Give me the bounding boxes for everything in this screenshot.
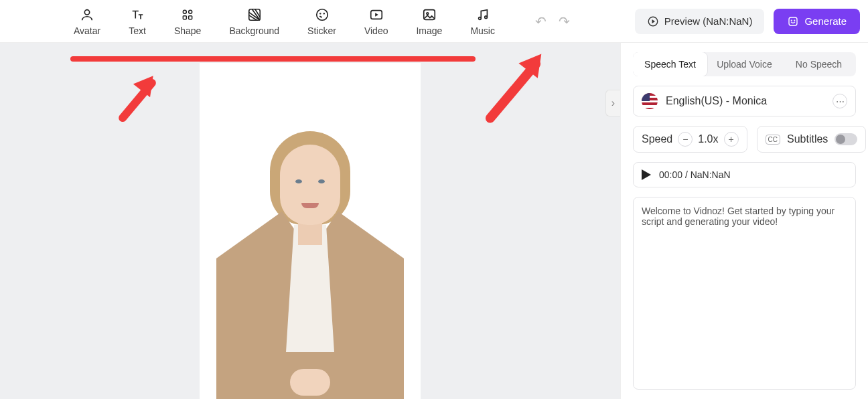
tab-speech-text-label: Speech Text xyxy=(644,59,696,70)
toolbar-video[interactable]: Video xyxy=(364,7,388,36)
toolbar-music-label: Music xyxy=(470,25,495,36)
svg-rect-3 xyxy=(183,15,186,19)
toolbar-items: Avatar Text Shape Background Sticker xyxy=(74,7,495,36)
svg-rect-15 xyxy=(789,17,797,25)
music-icon xyxy=(475,7,491,23)
playback-row: 00:00 / NaN:NaN xyxy=(633,162,856,187)
svg-point-6 xyxy=(316,9,328,20)
tab-upload-voice[interactable]: Upload Voice xyxy=(707,52,782,76)
main-area: › Speech Text Upload Voice No Speech Eng… xyxy=(0,43,868,399)
svg-point-11 xyxy=(427,12,429,14)
undo-redo-group: ↶ ↷ xyxy=(535,13,570,29)
toolbar-sticker[interactable]: Sticker xyxy=(307,7,336,36)
preview-button[interactable]: Preview (NaN:NaN) xyxy=(635,9,765,34)
speech-tabs: Speech Text Upload Voice No Speech xyxy=(633,52,856,76)
play-button[interactable] xyxy=(642,169,651,180)
toolbar-shape-label: Shape xyxy=(174,25,201,36)
svg-rect-10 xyxy=(424,9,435,19)
speed-subs-row: Speed − 1.0x + CC Subtitles xyxy=(633,126,856,153)
annotation-underline xyxy=(70,56,476,62)
toolbar-music[interactable]: Music xyxy=(470,7,495,36)
subtitles-label: Subtitles xyxy=(787,133,828,145)
cc-icon: CC xyxy=(766,135,780,145)
toolbar-shape[interactable]: Shape xyxy=(174,7,201,36)
background-icon xyxy=(246,7,263,23)
tab-speech-text[interactable]: Speech Text xyxy=(633,52,707,76)
text-icon xyxy=(129,7,145,23)
toolbar-background-label: Background xyxy=(229,25,279,36)
tab-no-speech[interactable]: No Speech xyxy=(782,52,856,76)
svg-point-8 xyxy=(323,13,324,13)
generate-button[interactable]: Generate xyxy=(774,9,860,34)
speed-increase-button[interactable]: + xyxy=(724,132,739,147)
svg-point-0 xyxy=(84,9,89,14)
svg-point-1 xyxy=(183,10,186,13)
speed-decrease-button[interactable]: − xyxy=(678,132,693,147)
canvas-frame[interactable] xyxy=(200,63,421,399)
svg-rect-4 xyxy=(189,15,192,19)
play-circle-icon xyxy=(647,15,659,27)
subtitles-control: CC Subtitles xyxy=(757,126,867,153)
speed-value: 1.0x xyxy=(698,133,718,145)
toolbar-avatar-label: Avatar xyxy=(74,25,100,36)
svg-point-2 xyxy=(189,10,192,13)
preview-label: Preview (NaN:NaN) xyxy=(664,15,753,27)
chevron-right-icon: › xyxy=(611,97,615,109)
svg-point-17 xyxy=(794,20,795,21)
canvas-area: › xyxy=(0,43,620,399)
redo-button[interactable]: ↷ xyxy=(559,13,570,29)
image-icon xyxy=(421,7,437,23)
toolbar-image-label: Image xyxy=(416,25,442,36)
avatar-icon xyxy=(79,7,95,23)
voice-more-button[interactable]: ⋯ xyxy=(833,94,847,108)
shape-icon xyxy=(179,7,196,23)
tab-upload-voice-label: Upload Voice xyxy=(717,59,772,70)
toolbar-video-label: Video xyxy=(364,25,388,36)
voice-label: English(US) - Monica xyxy=(666,95,767,107)
toolbar-text-label: Text xyxy=(129,25,146,36)
generate-label: Generate xyxy=(804,15,847,27)
video-icon xyxy=(368,7,384,23)
script-placeholder: Welcome to Vidnoz! Get started by typing… xyxy=(642,206,835,227)
generate-icon xyxy=(787,15,799,27)
time-label: 00:00 / NaN:NaN xyxy=(659,169,731,180)
undo-button[interactable]: ↶ xyxy=(535,13,547,29)
voice-selector[interactable]: English(US) - Monica ⋯ xyxy=(633,86,856,116)
top-toolbar: Avatar Text Shape Background Sticker xyxy=(0,0,868,43)
toolbar-image[interactable]: Image xyxy=(416,7,442,36)
toolbar-background[interactable]: Background xyxy=(229,7,279,36)
svg-point-12 xyxy=(478,17,481,19)
toolbar-right-actions: Preview (NaN:NaN) Generate xyxy=(635,9,860,34)
toolbar-avatar[interactable]: Avatar xyxy=(74,7,100,36)
sticker-icon xyxy=(314,7,330,23)
script-textarea[interactable]: Welcome to Vidnoz! Get started by typing… xyxy=(633,197,856,390)
svg-point-13 xyxy=(484,15,487,18)
svg-point-7 xyxy=(319,13,320,13)
speed-control: Speed − 1.0x + xyxy=(633,126,747,153)
tab-no-speech-label: No Speech xyxy=(796,59,842,70)
side-panel: Speech Text Upload Voice No Speech Engli… xyxy=(620,43,868,399)
speed-label: Speed xyxy=(642,133,672,145)
svg-point-16 xyxy=(792,20,792,21)
panel-collapse-handle[interactable]: › xyxy=(605,90,620,116)
subtitles-toggle[interactable] xyxy=(835,133,857,145)
flag-us-icon xyxy=(642,93,658,109)
toolbar-sticker-label: Sticker xyxy=(307,25,336,36)
toolbar-text[interactable]: Text xyxy=(129,7,146,36)
